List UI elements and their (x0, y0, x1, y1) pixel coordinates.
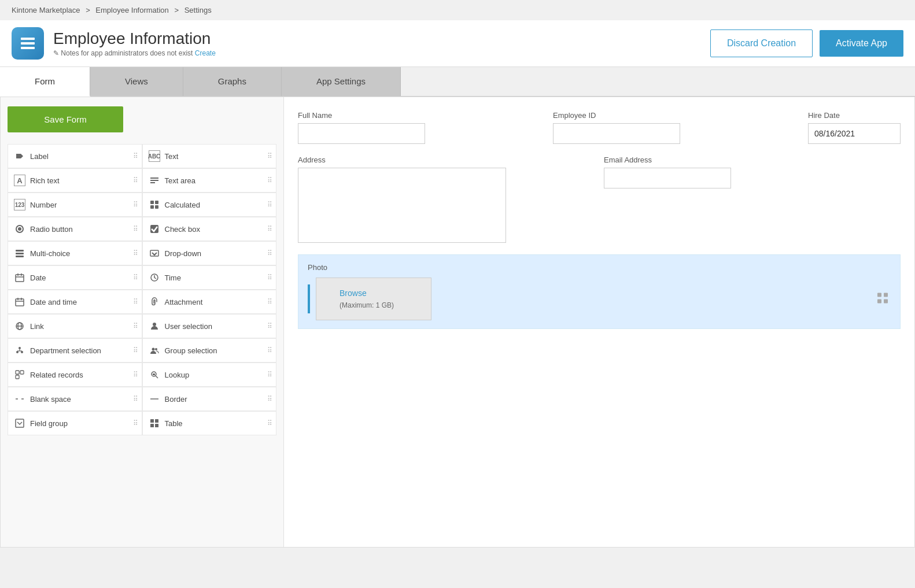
multi-choice-icon (14, 247, 25, 259)
field-item-rich-text[interactable]: A Rich text ⠿ (8, 168, 142, 193)
tab-app-settings[interactable]: App Settings (282, 67, 401, 96)
email-address-input[interactable] (604, 168, 731, 188)
address-input[interactable] (298, 168, 506, 243)
svg-rect-52 (150, 424, 154, 427)
field-item-text-area[interactable]: Text area ⠿ (142, 168, 277, 193)
header-note: ✎ Notes for app administrators does not … (53, 49, 216, 57)
field-item-time[interactable]: Time ⠿ (142, 265, 277, 290)
related-records-drag-handle: ⠿ (133, 371, 138, 379)
radio-button-icon (14, 223, 25, 235)
field-item-calculated[interactable]: Calculated ⠿ (142, 193, 277, 217)
rich-text-icon: A (14, 175, 25, 186)
field-item-related-records[interactable]: Related records ⠿ (8, 363, 142, 387)
svg-point-38 (152, 348, 154, 351)
field-item-multi-choice[interactable]: Multi-choice ⠿ (8, 241, 142, 265)
email-address-label: Email Address (604, 156, 901, 164)
number-drag-handle: ⠿ (133, 201, 138, 209)
svg-rect-56 (877, 299, 881, 304)
check-box-icon (149, 223, 160, 235)
link-icon (14, 320, 25, 332)
max-size-text: (Maximum: 1 GB) (340, 301, 408, 309)
svg-rect-51 (155, 419, 158, 423)
field-item-field-group[interactable]: Field group ⠿ (8, 411, 142, 435)
create-note-link[interactable]: Create (195, 49, 216, 57)
svg-rect-54 (877, 293, 881, 297)
svg-rect-15 (16, 256, 24, 257)
svg-line-44 (156, 376, 158, 378)
field-text-area-text: Text area (165, 176, 195, 185)
field-item-date-and-time[interactable]: Date and time ⠿ (8, 290, 142, 314)
field-item-department-selection[interactable]: Department selection ⠿ (8, 338, 142, 363)
svg-point-11 (18, 227, 21, 231)
breadcrumb-item-3[interactable]: Settings (185, 6, 212, 14)
svg-rect-22 (16, 299, 24, 306)
svg-rect-2 (21, 47, 35, 49)
field-item-label[interactable]: Label ⠿ (8, 144, 142, 168)
date-drag-handle: ⠿ (133, 273, 138, 282)
browse-link[interactable]: Browse (340, 289, 408, 298)
tab-graphs[interactable]: Graphs (183, 67, 282, 96)
field-item-border[interactable]: Border ⠿ (142, 387, 277, 411)
field-calculated-text: Calculated (165, 201, 200, 209)
time-drag-handle: ⠿ (267, 273, 272, 282)
page-wrapper: Kintone Marketplace > Employee Informati… (0, 0, 915, 588)
field-check-box-text: Check box (165, 225, 200, 234)
field-date-text: Date (30, 273, 46, 282)
lookup-icon (149, 369, 160, 380)
field-item-number[interactable]: 123 Number ⠿ (8, 193, 142, 217)
breadcrumb-item-2[interactable]: Employee Information (95, 6, 168, 14)
time-icon (149, 272, 160, 283)
attachment-drag-handle: ⠿ (267, 298, 272, 306)
field-item-user-selection[interactable]: User selection ⠿ (142, 314, 277, 338)
discard-creation-button[interactable]: Discard Creation (710, 29, 813, 57)
header-title-block: Employee Information ✎ Notes for app adm… (53, 29, 216, 57)
field-item-date[interactable]: Date ⠿ (8, 265, 142, 290)
user-selection-icon (149, 320, 160, 332)
breadcrumb-item-1[interactable]: Kintone Marketplace (12, 6, 80, 14)
svg-rect-5 (150, 182, 155, 183)
date-and-time-drag-handle: ⠿ (133, 298, 138, 306)
group-selection-icon (149, 345, 160, 356)
group-selection-drag-handle: ⠿ (267, 346, 272, 354)
activate-app-button[interactable]: Activate App (820, 30, 903, 57)
field-border-text: Border (165, 395, 187, 404)
employee-id-input[interactable] (553, 123, 680, 144)
form-canvas: Full Name Employee ID Hire Date Address (284, 97, 914, 547)
field-item-group-selection[interactable]: Group selection ⠿ (142, 338, 277, 363)
field-item-text[interactable]: ABC Text ⠿ (142, 144, 277, 168)
photo-inner: Browse (Maximum: 1 GB) (308, 278, 891, 320)
field-item-drop-down[interactable]: Drop-down ⠿ (142, 241, 277, 265)
field-item-table[interactable]: Table ⠿ (142, 411, 277, 435)
hire-date-input[interactable] (808, 123, 901, 144)
save-form-button[interactable]: Save Form (8, 106, 123, 132)
field-item-check-box[interactable]: Check box ⠿ (142, 217, 277, 241)
field-group-icon (14, 417, 25, 429)
field-user-selection-text: User selection (165, 322, 212, 331)
app-title: Employee Information (53, 29, 216, 48)
label-drag-handle: ⠿ (133, 152, 138, 160)
field-item-radio-button[interactable]: Radio button ⠿ (8, 217, 142, 241)
svg-rect-40 (16, 371, 19, 374)
date-icon (14, 272, 25, 283)
form-row-2: Address Email Address (298, 156, 901, 243)
field-item-lookup[interactable]: Lookup ⠿ (142, 363, 277, 387)
field-label-text: Label (30, 152, 49, 161)
field-time-text: Time (165, 273, 181, 282)
field-item-attachment[interactable]: Attachment ⠿ (142, 290, 277, 314)
field-lookup-text: Lookup (165, 371, 190, 379)
svg-rect-42 (16, 375, 19, 379)
pencil-icon: ✎ (53, 49, 61, 57)
field-item-link[interactable]: Link ⠿ (8, 314, 142, 338)
field-item-blank-space[interactable]: Blank space ⠿ (8, 387, 142, 411)
field-table-text: Table (165, 419, 183, 428)
radio-button-drag-handle: ⠿ (133, 225, 138, 233)
tab-views[interactable]: Views (90, 67, 183, 96)
employee-id-field: Employee ID (553, 111, 799, 144)
text-drag-handle: ⠿ (267, 152, 272, 160)
table-drag-handle: ⠿ (267, 419, 272, 427)
text-area-icon (149, 175, 160, 186)
field-palette: Save Form Label ⠿ ABC Text ⠿ (1, 97, 284, 547)
full-name-input[interactable] (298, 123, 425, 144)
tab-form[interactable]: Form (0, 67, 90, 97)
number-icon: 123 (14, 199, 25, 210)
